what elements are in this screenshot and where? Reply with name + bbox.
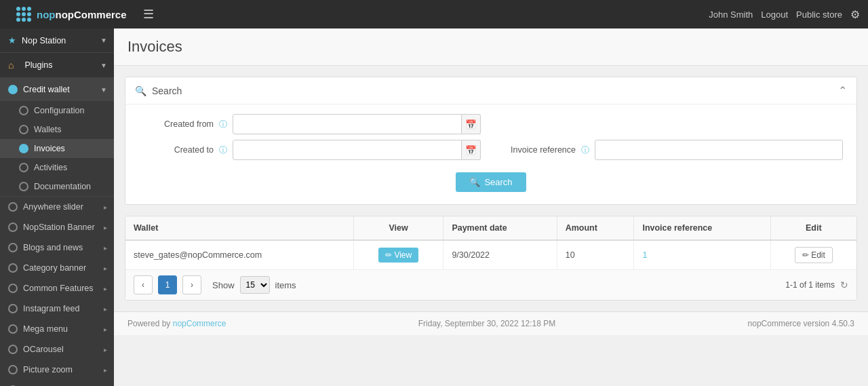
circle-icon [19,182,28,191]
created-from-input[interactable] [233,114,462,134]
sidebar-item-activities[interactable]: Activities [0,158,114,177]
sidebar-item-nopstation[interactable]: ★ Nop Station ▼ [0,28,114,52]
table-header-row: Wallet View Payment date Amount Invoice … [125,216,856,240]
circle-icon [8,324,18,334]
circle-icon [8,223,18,232]
invoice-ref-help-icon[interactable]: ⓘ [581,144,589,156]
prev-page-button[interactable]: ‹ [134,275,153,294]
sidebar-item-mega-menu[interactable]: Mega menu ▸ [0,319,114,339]
settings-icon-button[interactable]: ⚙ [850,8,860,21]
circle-icon [8,263,18,273]
sidebar-item-instagram-feed[interactable]: Instagram feed ▸ [0,298,114,319]
hamburger-button[interactable]: ☰ [143,7,154,22]
circle-icon [19,163,28,172]
public-store-link[interactable]: Public store [796,9,842,20]
refresh-button[interactable]: ↻ [840,279,848,290]
sidebar-item-blogs-news[interactable]: Blogs and news ▸ [0,237,114,258]
items-per-page-select[interactable]: 15 25 50 [240,276,270,294]
search-card-header[interactable]: 🔍 Search ⌃ [125,77,856,104]
sidebar-item-nopstation-banner[interactable]: NopStation Banner ▸ [0,217,114,237]
chevron-down-icon: ▼ [100,37,107,44]
cell-edit: ✏ Edit [770,240,856,269]
circle-icon [8,365,18,374]
edit-button[interactable]: ✏ Edit [795,247,833,263]
invoice-ref-link[interactable]: 1 [642,250,647,260]
circle-icon [8,345,18,354]
search-panel-label: Search [152,85,182,96]
search-button[interactable]: 🔍 Search [456,172,526,192]
chevron-right-icon: ▸ [104,346,107,353]
content-area: Invoices 🔍 Search ⌃ Created from [114,28,868,386]
sidebar-item-category-banner[interactable]: Category banner ▸ [0,258,114,278]
search-button-row: 🔍 Search [139,166,843,195]
next-page-button[interactable]: › [182,275,201,294]
cell-amount: 10 [557,240,634,269]
chevron-right-icon: ▸ [104,305,107,313]
cell-wallet: steve_gates@nopCommerce.com [125,240,353,269]
user-name: John Smith [709,9,753,20]
logo-icon [16,7,31,22]
sidebar-item-plugins[interactable]: ⌂ Plugins ▼ [0,53,114,77]
created-from-help-icon[interactable]: ⓘ [219,119,227,130]
sidebar-item-wallets[interactable]: Wallets [0,120,114,139]
created-to-input-group: 📅 [233,140,481,160]
chevron-right-icon: ▸ [104,224,107,231]
search-btn-label: Search [484,177,512,187]
ocarousel-label: OCarousel [23,345,64,354]
page-info: 1-1 of 1 items ↻ [785,279,848,290]
cell-invoice-ref: 1 [634,240,770,269]
sidebar-item-common-features[interactable]: Common Features ▸ [0,278,114,298]
powered-by-text: Powered by [127,319,170,328]
left-fields: Created from ⓘ 📅 Created to ⓘ [139,114,481,166]
items-label: items [275,280,296,290]
sidebar-item-product-ribbon[interactable]: Product ribbon ▸ [0,380,114,386]
col-amount: Amount [557,216,634,240]
chevron-right-icon: ▸ [104,244,107,252]
page-1-button[interactable]: 1 [158,275,177,294]
view-button[interactable]: ✏ View [378,248,418,263]
logout-link[interactable]: Logout [761,9,788,20]
picture-zoom-label: Picture zoom [23,365,73,374]
col-edit: Edit [770,216,856,240]
configuration-label: Configuration [34,106,84,115]
invoices-table: Wallet View Payment date Amount Invoice … [125,216,856,269]
cell-view: ✏ View [353,240,443,269]
nopstation-label: Nop Station [22,36,66,45]
table-card: Wallet View Payment date Amount Invoice … [125,216,857,301]
nopcommerce-footer-link[interactable]: nopCommerce [173,319,226,328]
cell-payment-date: 9/30/2022 [443,240,557,269]
table-footer: ‹ 1 › Show 15 25 50 items 1-1 of 1 items… [125,269,856,300]
creditwallet-label: Credit wallet [23,85,70,94]
chevron-right-icon: ▸ [104,366,107,374]
sidebar-item-creditwallet[interactable]: Credit wallet ▼ [0,78,114,101]
circle-icon [8,304,18,313]
created-to-input[interactable] [233,140,462,160]
sidebar-item-documentation[interactable]: Documentation [0,177,114,196]
invoices-label: Invoices [34,144,65,153]
created-to-label: Created to [139,145,214,155]
sidebar-item-anywhere-slider[interactable]: Anywhere slider ▸ [0,197,114,217]
invoice-ref-label: Invoice reference [501,145,576,155]
mega-menu-label: Mega menu [23,324,68,334]
wallets-label: Wallets [34,125,62,134]
sidebar-item-invoices[interactable]: Invoices [0,139,114,158]
created-to-group: Created to ⓘ 📅 [139,140,481,160]
created-from-calendar-button[interactable]: 📅 [462,114,481,134]
created-to-calendar-button[interactable]: 📅 [462,140,481,160]
page-footer: Powered by nopCommerce Friday, September… [114,311,868,335]
created-from-group: Created from ⓘ 📅 [139,114,481,134]
created-to-help-icon[interactable]: ⓘ [219,144,227,156]
sidebar-item-ocarousel[interactable]: OCarousel ▸ [0,339,114,360]
content-inner: 🔍 Search ⌃ Created from ⓘ [114,66,868,311]
logo-area: nopnopCommerce ☰ [8,0,709,28]
invoice-ref-input[interactable] [595,140,843,160]
col-view: View [353,216,443,240]
collapse-button[interactable]: ⌃ [838,84,847,97]
sidebar-item-picture-zoom[interactable]: Picture zoom ▸ [0,360,114,380]
chevron-right-icon: ▸ [104,265,107,272]
category-banner-label: Category banner [23,263,86,273]
search-icon: 🔍 [135,85,146,96]
sidebar-item-configuration[interactable]: Configuration [0,101,114,120]
show-label: Show [212,280,235,290]
activities-label: Activities [34,163,67,172]
